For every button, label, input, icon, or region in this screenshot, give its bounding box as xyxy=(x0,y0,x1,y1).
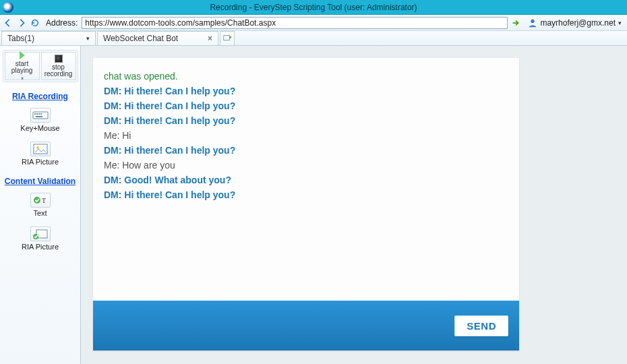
address-input[interactable] xyxy=(82,17,508,29)
page-content: chat was opened.DM: Hi there! Can I help… xyxy=(81,46,627,364)
play-icon xyxy=(20,51,25,59)
user-account-menu[interactable]: mayrhoferj@gmx.net ▾ xyxy=(528,18,624,28)
chat-line-dm: DM: Good! What about you? xyxy=(104,173,508,187)
nav-refresh-icon[interactable] xyxy=(30,18,40,28)
tab-label: WebSocket Chat Bot xyxy=(103,34,178,43)
keyboard-icon xyxy=(30,108,51,123)
user-email: mayrhoferj@gmx.net xyxy=(540,18,616,28)
nav-forward-icon[interactable] xyxy=(16,18,27,28)
tab-strip: Tabs(1) ▾ WebSocket Chat Bot × xyxy=(0,31,627,46)
chat-line-me: Me: Hi xyxy=(104,128,508,143)
svg-point-10 xyxy=(34,197,40,204)
chat-line-opened: chat was opened. xyxy=(104,69,508,84)
svg-point-9 xyxy=(36,146,39,149)
svg-rect-3 xyxy=(34,113,36,115)
nav-back-icon[interactable] xyxy=(3,18,13,28)
stop-recording-button[interactable]: stop recording xyxy=(41,52,76,80)
svg-rect-2 xyxy=(33,112,48,119)
tab-websocket-chat-bot[interactable]: WebSocket Chat Bot × xyxy=(97,31,218,45)
sidebar: start playing ▾ stop recording RIA Recor… xyxy=(0,46,81,364)
chat-line-dm: DM: Hi there! Can I help you? xyxy=(104,98,508,113)
picture-icon xyxy=(30,142,51,156)
text-check-icon: T xyxy=(30,193,51,208)
sidebar-item-text-validation[interactable]: T Text xyxy=(30,193,51,217)
svg-rect-4 xyxy=(36,113,38,115)
tabs-dropdown[interactable]: Tabs(1) ▾ xyxy=(1,31,96,45)
close-icon[interactable]: × xyxy=(201,34,212,43)
chat-transcript: chat was opened.DM: Hi there! Can I help… xyxy=(93,58,519,301)
user-icon xyxy=(528,18,537,28)
sidebar-item-keymouse[interactable]: Key+Mouse xyxy=(20,108,59,132)
sidebar-item-label: Key+Mouse xyxy=(20,124,59,132)
chevron-down-icon: ▾ xyxy=(21,76,24,82)
chevron-down-icon: ▾ xyxy=(86,35,90,42)
svg-text:T: T xyxy=(42,197,46,204)
chat-widget: chat was opened.DM: Hi there! Can I help… xyxy=(93,58,519,351)
chat-line-dm: DM: Hi there! Can I help you? xyxy=(104,84,508,98)
sidebar-item-label: RIA Picture xyxy=(22,158,59,166)
content-validation-heading[interactable]: Content Validation xyxy=(5,177,76,186)
sidebar-item-ria-picture-validation[interactable]: RIA Picture xyxy=(22,226,59,251)
record-button-group: start playing ▾ stop recording xyxy=(3,50,78,82)
window-title: Recording - EveryStep Scripting Tool (us… xyxy=(210,3,417,12)
svg-rect-1 xyxy=(224,36,230,40)
go-icon[interactable] xyxy=(510,18,521,28)
send-button[interactable]: SEND xyxy=(454,315,508,336)
stop-icon xyxy=(55,55,63,63)
sidebar-item-label: RIA Picture xyxy=(22,243,59,251)
start-playing-label: start playing xyxy=(11,61,33,75)
chat-line-dm: DM: Hi there! Can I help you? xyxy=(104,143,508,158)
svg-rect-7 xyxy=(36,116,42,117)
start-playing-button[interactable]: start playing ▾ xyxy=(5,52,40,80)
svg-rect-8 xyxy=(34,144,47,154)
svg-point-13 xyxy=(33,234,38,239)
tabs-dropdown-label: Tabs(1) xyxy=(7,34,34,43)
address-label: Address: xyxy=(46,18,78,28)
chat-footer: SEND xyxy=(93,301,519,351)
chevron-down-icon: ▾ xyxy=(618,20,622,26)
app-icon xyxy=(3,2,13,13)
chat-line-me: Me: How are you xyxy=(104,158,508,173)
address-bar: Address: mayrhoferj@gmx.net ▾ xyxy=(0,15,627,31)
send-button-label: SEND xyxy=(467,320,496,332)
svg-rect-6 xyxy=(40,113,42,115)
window-titlebar: Recording - EveryStep Scripting Tool (us… xyxy=(0,0,627,15)
chat-line-dm: DM: Hi there! Can I help you? xyxy=(104,187,508,202)
ria-recording-heading[interactable]: RIA Recording xyxy=(12,92,68,101)
picture-check-icon xyxy=(30,226,51,241)
svg-point-0 xyxy=(531,19,535,22)
svg-rect-5 xyxy=(38,113,40,115)
chat-line-dm: DM: Hi there! Can I help you? xyxy=(104,113,508,128)
sidebar-item-ria-picture[interactable]: RIA Picture xyxy=(22,142,59,166)
sidebar-item-label: Text xyxy=(33,209,47,217)
new-tab-button[interactable] xyxy=(220,31,235,45)
stop-recording-label: stop recording xyxy=(44,64,73,78)
